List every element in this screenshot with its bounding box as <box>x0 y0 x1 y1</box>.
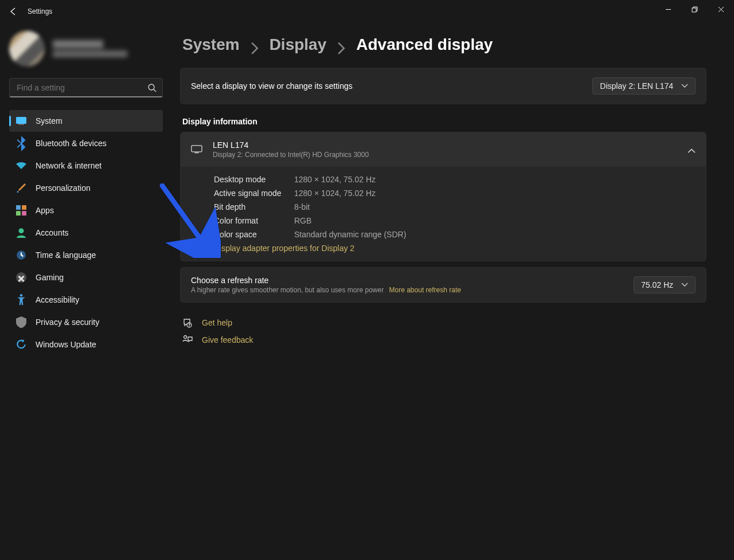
breadcrumb: System Display Advanced display <box>182 36 706 54</box>
sidebar-item-accessibility[interactable]: Accessibility <box>9 289 163 311</box>
svg-point-14 <box>189 326 189 327</box>
svg-rect-2 <box>16 117 26 124</box>
svg-rect-7 <box>22 211 26 216</box>
main-content: System Display Advanced display Select a… <box>172 23 734 560</box>
kv-row: Color spaceStandard dynamic range (SDR) <box>214 228 696 241</box>
bluetooth-icon <box>16 138 26 148</box>
accessibility-icon <box>16 295 26 305</box>
wifi-icon <box>16 160 26 171</box>
svg-point-15 <box>184 336 187 339</box>
display-card-header[interactable]: LEN L174 Display 2: Connected to Intel(R… <box>181 132 706 167</box>
kv-row: Color formatRGB <box>214 214 696 228</box>
app-title: Settings <box>28 7 52 15</box>
kv-row: Active signal mode1280 × 1024, 75.02 Hz <box>214 186 696 200</box>
feedback-icon <box>182 335 193 345</box>
sidebar-item-label: Windows Update <box>36 340 96 349</box>
get-help-label: Get help <box>202 318 232 327</box>
search-icon <box>147 83 157 92</box>
person-icon <box>16 228 26 238</box>
sidebar-item-label: Apps <box>36 206 54 215</box>
svg-point-1 <box>149 84 154 90</box>
brush-icon <box>16 183 26 193</box>
sidebar-item-system[interactable]: System <box>9 110 163 132</box>
give-feedback-label: Give feedback <box>202 335 253 344</box>
kv-row: Desktop mode1280 × 1024, 75.02 Hz <box>214 173 696 186</box>
adapter-properties-link[interactable]: Display adapter properties for Display 2 <box>214 244 354 253</box>
apps-icon <box>16 205 26 216</box>
sidebar-item-label: Accounts <box>36 228 69 237</box>
breadcrumb-display[interactable]: Display <box>270 36 327 54</box>
refresh-rate-selector[interactable]: 75.02 Hz <box>634 276 696 293</box>
sidebar-item-apps[interactable]: Apps <box>9 199 163 221</box>
sidebar-item-label: Gaming <box>36 273 64 282</box>
refresh-rate-panel: Choose a refresh rate A higher rate give… <box>180 267 706 303</box>
refresh-sub: A higher rate gives smoother motion, but… <box>191 286 461 294</box>
svg-point-11 <box>20 294 23 297</box>
svg-rect-0 <box>692 8 696 12</box>
svg-rect-6 <box>16 211 21 216</box>
sidebar-item-accounts[interactable]: Accounts <box>9 222 163 244</box>
user-card[interactable] <box>9 31 163 66</box>
get-help-link[interactable]: Get help <box>182 318 706 328</box>
svg-rect-3 <box>18 124 24 125</box>
refresh-rate-value: 75.02 Hz <box>641 280 673 289</box>
monitor-icon <box>191 145 202 154</box>
close-button[interactable] <box>708 0 734 18</box>
sidebar: System Bluetooth & devices Network & int… <box>0 23 172 560</box>
display-info-title: Display information <box>182 117 706 126</box>
svg-rect-12 <box>192 146 202 152</box>
sidebar-item-label: Accessibility <box>36 295 79 304</box>
sidebar-item-personalization[interactable]: Personalization <box>9 177 163 199</box>
chevron-down-icon <box>681 281 688 288</box>
sidebar-item-update[interactable]: Windows Update <box>9 334 163 355</box>
svg-point-8 <box>19 228 24 233</box>
sidebar-item-label: System <box>36 116 63 126</box>
display-info-card: LEN L174 Display 2: Connected to Intel(R… <box>180 132 706 261</box>
sidebar-item-bluetooth[interactable]: Bluetooth & devices <box>9 132 163 154</box>
display-name: LEN L174 <box>213 140 677 150</box>
monitor-icon <box>16 116 26 126</box>
select-display-panel: Select a display to view or change its s… <box>180 68 706 104</box>
back-icon[interactable] <box>8 7 17 16</box>
chevron-up-icon <box>688 146 696 154</box>
sidebar-item-time[interactable]: Time & language <box>9 244 163 266</box>
sidebar-item-label: Bluetooth & devices <box>36 139 107 148</box>
display-selector-value: Display 2: LEN L174 <box>600 81 673 91</box>
help-icon <box>182 318 193 328</box>
sidebar-item-label: Privacy & security <box>36 318 99 327</box>
chevron-right-icon <box>337 40 346 49</box>
sidebar-item-label: Network & internet <box>36 161 101 170</box>
breadcrumb-advanced: Advanced display <box>356 36 493 54</box>
maximize-button[interactable] <box>681 0 708 18</box>
shield-icon <box>16 317 26 327</box>
kv-row: Bit depth8-bit <box>214 200 696 214</box>
sidebar-item-label: Time & language <box>36 250 96 260</box>
select-display-prompt: Select a display to view or change its s… <box>191 81 353 91</box>
sidebar-item-privacy[interactable]: Privacy & security <box>9 311 163 333</box>
refresh-title: Choose a refresh rate <box>191 276 461 285</box>
nav: System Bluetooth & devices Network & int… <box>9 110 163 355</box>
display-card-body: Desktop mode1280 × 1024, 75.02 Hz Active… <box>181 167 706 261</box>
display-selector[interactable]: Display 2: LEN L174 <box>592 77 696 95</box>
avatar <box>9 31 45 66</box>
more-about-refresh-link[interactable]: More about refresh rate <box>389 286 461 294</box>
give-feedback-link[interactable]: Give feedback <box>182 335 706 345</box>
update-icon <box>16 339 26 350</box>
search-input[interactable] <box>9 78 163 97</box>
user-name-redacted <box>53 40 127 57</box>
chevron-right-icon <box>250 40 259 49</box>
svg-rect-4 <box>16 205 21 210</box>
titlebar: Settings <box>0 0 734 23</box>
sidebar-item-network[interactable]: Network & internet <box>9 155 163 177</box>
footer-links: Get help Give feedback <box>182 318 706 345</box>
display-sub: Display 2: Connected to Intel(R) HD Grap… <box>213 151 677 159</box>
search-field[interactable] <box>15 83 147 93</box>
gaming-icon <box>16 272 26 283</box>
minimize-button[interactable] <box>655 0 681 18</box>
sidebar-item-label: Personalization <box>36 183 91 193</box>
sidebar-item-gaming[interactable]: Gaming <box>9 267 163 288</box>
svg-rect-5 <box>22 205 26 210</box>
clock-icon <box>16 250 26 260</box>
breadcrumb-system[interactable]: System <box>182 36 240 54</box>
window-controls <box>655 0 734 18</box>
